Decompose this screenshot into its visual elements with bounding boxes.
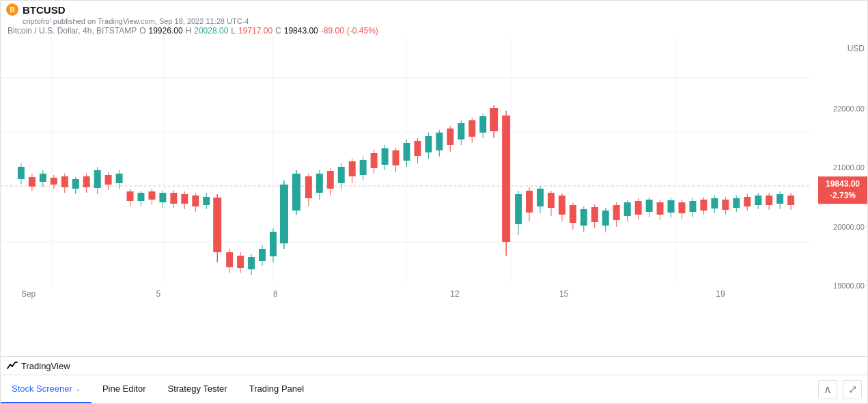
price-axis: USD 22000.00 21000.00 20000.00 19000.00 (811, 37, 867, 310)
svg-rect-110 (559, 196, 565, 215)
svg-rect-78 (382, 148, 389, 165)
collapse-icon: ∧ (824, 383, 832, 396)
svg-rect-34 (137, 193, 144, 201)
svg-rect-48 (213, 198, 221, 252)
svg-text:15: 15 (559, 289, 569, 299)
svg-rect-12 (18, 167, 25, 179)
svg-rect-114 (580, 209, 587, 226)
stock-screener-chevron: ⌄ (75, 385, 81, 392)
svg-rect-92 (458, 123, 464, 139)
o-value: 19926.00 (149, 26, 183, 36)
svg-rect-122 (624, 202, 631, 216)
svg-rect-28 (105, 175, 112, 185)
svg-rect-64 (305, 176, 312, 198)
svg-rect-108 (548, 193, 555, 208)
expand-button[interactable]: ⤢ (843, 380, 862, 399)
o-label: O (139, 26, 145, 36)
change-pct: (-0.45%) (347, 26, 378, 36)
svg-rect-58 (270, 232, 277, 256)
change-value: -89.00 (321, 26, 344, 36)
ohlc-row: Bitcoin / U.S. Dollar, 4h, BITSTAMP O199… (8, 26, 862, 36)
svg-rect-146 (755, 196, 761, 205)
svg-rect-90 (447, 129, 453, 145)
tab-controls: ∧ ⤢ (818, 380, 867, 399)
svg-rect-62 (292, 174, 300, 211)
svg-rect-88 (436, 133, 443, 150)
symbol-name: BTCUSD (23, 4, 66, 16)
svg-rect-38 (159, 193, 166, 202)
tv-logo-text: TradingView (21, 361, 70, 371)
svg-rect-120 (613, 205, 620, 220)
svg-rect-40 (170, 193, 177, 204)
expand-icon: ⤢ (848, 383, 857, 396)
svg-rect-96 (479, 116, 486, 133)
published-text: criptofroᴵ published on TradingView.com,… (23, 17, 862, 26)
svg-rect-84 (414, 141, 421, 156)
svg-rect-132 (678, 202, 685, 213)
svg-rect-148 (766, 196, 772, 205)
svg-rect-30 (116, 174, 123, 183)
price-level-3: 19000.00 (811, 282, 865, 290)
svg-rect-26 (94, 170, 101, 188)
svg-rect-124 (635, 201, 642, 215)
svg-rect-104 (526, 191, 533, 213)
svg-rect-150 (776, 194, 783, 204)
candlestick-chart: Sep 5 8 12 15 19 (1, 37, 811, 310)
svg-rect-22 (72, 179, 79, 189)
svg-rect-118 (602, 211, 609, 226)
svg-rect-44 (192, 196, 199, 206)
svg-rect-100 (502, 116, 510, 242)
l-value: 19717.00 (238, 26, 272, 36)
svg-rect-66 (316, 174, 323, 193)
price-level-0: 22000.00 (811, 105, 865, 113)
svg-rect-94 (468, 120, 475, 137)
svg-rect-142 (733, 198, 740, 208)
svg-rect-50 (226, 252, 233, 267)
svg-rect-14 (29, 177, 36, 187)
svg-rect-116 (591, 207, 598, 222)
collapse-button[interactable]: ∧ (818, 380, 837, 399)
svg-rect-56 (259, 249, 266, 261)
svg-rect-102 (515, 194, 522, 224)
bottom-tabs: Stock Screener ⌄ Pine Editor Strategy Te… (1, 375, 867, 403)
svg-text:19: 19 (716, 289, 725, 299)
svg-rect-60 (280, 185, 288, 243)
svg-text:12: 12 (450, 289, 460, 299)
svg-rect-86 (425, 136, 432, 152)
main-container: B BTCUSD criptofroᴵ published on Trading… (0, 0, 868, 404)
svg-rect-46 (203, 197, 210, 205)
svg-rect-32 (127, 191, 134, 201)
svg-rect-140 (722, 200, 729, 210)
h-label: H (186, 26, 192, 36)
svg-rect-82 (404, 143, 410, 161)
tab-strategy-tester[interactable]: Strategy Tester (156, 375, 238, 403)
svg-rect-152 (787, 196, 794, 205)
svg-rect-136 (700, 200, 707, 211)
svg-rect-112 (570, 205, 576, 223)
price-level-1: 21000.00 (811, 163, 865, 172)
svg-rect-130 (668, 200, 675, 213)
svg-rect-126 (646, 200, 653, 212)
svg-rect-76 (371, 153, 378, 168)
instrument-label: Bitcoin / U.S. Dollar, 4h, BITSTAMP (8, 26, 137, 36)
symbol-row: B BTCUSD (6, 3, 862, 16)
price-level-2: 20000.00 (811, 223, 865, 231)
svg-rect-70 (338, 167, 345, 183)
h-value: 20028.00 (194, 26, 228, 36)
tab-trading-panel[interactable]: Trading Panel (238, 375, 315, 403)
svg-rect-52 (237, 256, 244, 268)
tab-pine-editor[interactable]: Pine Editor (92, 375, 157, 403)
l-label: L (231, 26, 236, 36)
svg-rect-134 (689, 201, 696, 212)
svg-rect-144 (744, 197, 751, 206)
svg-rect-36 (148, 191, 155, 200)
tab-stock-screener[interactable]: Stock Screener ⌄ (1, 375, 92, 403)
currency-label: USD (811, 44, 865, 53)
svg-rect-128 (657, 202, 664, 215)
svg-text:Sep: Sep (21, 289, 36, 299)
svg-rect-16 (40, 174, 46, 182)
svg-rect-42 (181, 194, 188, 204)
svg-rect-24 (83, 176, 90, 187)
c-value: 19843.00 (284, 26, 318, 36)
svg-rect-106 (537, 189, 544, 206)
